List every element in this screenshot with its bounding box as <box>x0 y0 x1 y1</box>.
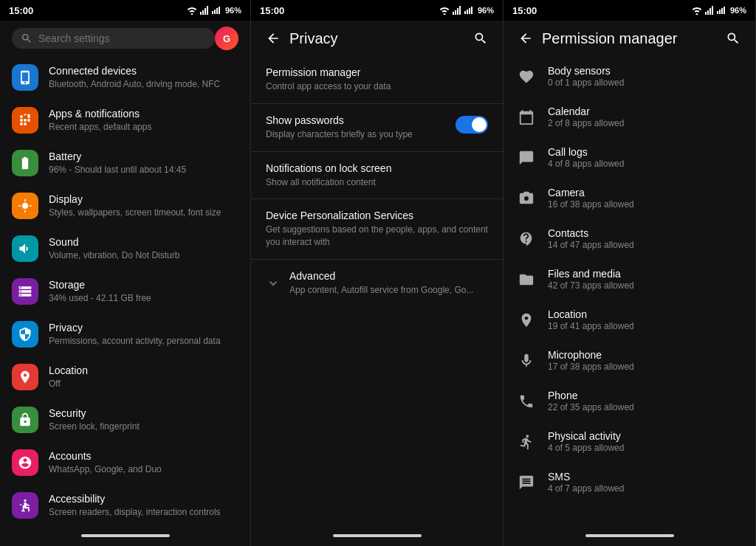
search-input[interactable] <box>38 32 206 44</box>
notifications-lock-subtitle: Show all notification content <box>266 176 488 189</box>
perm-item-call-logs[interactable]: Call logs4 of 8 apps allowed <box>504 137 755 178</box>
security-title: Security <box>49 407 238 420</box>
perm-item-microphone[interactable]: Microphone17 of 38 apps allowed <box>504 340 755 381</box>
signal-icon <box>200 6 209 15</box>
storage-text: Storage34% used - 42.11 GB free <box>49 278 238 305</box>
connected-devices-text: Connected devicesBluetooth, Android Auto… <box>49 64 238 91</box>
permission-manager-title: Permission manager <box>266 66 488 78</box>
contacts-perm-title: Contacts <box>548 227 743 239</box>
accessibility-icon <box>12 492 38 519</box>
location-icon <box>12 364 38 390</box>
connected-devices-subtitle: Bluetooth, Android Auto, driving mode, N… <box>49 79 238 91</box>
perm-item-phone[interactable]: Phone22 of 35 apps allowed <box>504 381 755 421</box>
back-button-mid[interactable] <box>263 28 284 49</box>
perm-item-location[interactable]: Location19 of 41 apps allowed <box>504 300 755 340</box>
contacts-perm-icon <box>515 228 537 250</box>
display-icon <box>12 193 38 219</box>
back-button-right[interactable] <box>515 28 536 49</box>
svg-rect-15 <box>469 8 470 14</box>
settings-item-display[interactable]: DisplayStyles, wallpapers, screen timeou… <box>0 184 250 227</box>
show-passwords-row: Show passwordsDisplay characters briefly… <box>266 114 488 141</box>
svg-rect-10 <box>455 10 456 15</box>
phone-perm-sub: 22 of 35 apps allowed <box>548 402 743 412</box>
display-text: DisplayStyles, wallpapers, screen timeou… <box>49 193 238 219</box>
svg-rect-7 <box>219 7 220 14</box>
location-perm-icon <box>515 309 537 331</box>
perm-item-contacts[interactable]: Contacts14 of 47 apps allowed <box>504 218 755 259</box>
signal2-icon-mid <box>464 7 475 14</box>
sms-perm-icon <box>515 471 537 494</box>
location-perm-sub: 19 of 41 apps allowed <box>548 321 743 331</box>
privacy-item-permission-manager[interactable]: Permission managerControl app access to … <box>251 56 503 104</box>
perm-item-body-sensors[interactable]: Body sensors0 of 1 apps allowed <box>504 56 755 97</box>
advanced-item[interactable]: AdvancedApp content, Autofill service fr… <box>251 260 503 307</box>
svg-point-8 <box>24 500 26 502</box>
files-media-perm-title: Files and media <box>548 268 743 280</box>
battery-text: Battery96% - Should last until about 14:… <box>49 150 238 176</box>
perm-item-calendar[interactable]: Calendar2 of 8 apps allowed <box>504 97 755 137</box>
status-icons-right: 96% <box>692 6 746 15</box>
camera-perm-icon <box>515 187 537 210</box>
call-logs-perm-sub: 4 of 8 apps allowed <box>548 159 743 169</box>
storage-title: Storage <box>49 278 238 291</box>
notifications-lock-title: Notifications on lock screen <box>266 162 488 174</box>
privacy-list: Permission managerControl app access to … <box>251 56 503 525</box>
sms-perm-sub: 4 of 7 apps allowed <box>548 483 743 494</box>
settings-item-security[interactable]: SecurityScreen lock, fingerprint <box>0 398 250 441</box>
privacy-item-notifications-lock[interactable]: Notifications on lock screenShow all not… <box>251 152 503 200</box>
settings-item-sound[interactable]: SoundVolume, vibration, Do Not Disturb <box>0 227 250 270</box>
accounts-subtitle: WhatsApp, Google, and Duo <box>49 464 238 476</box>
call-logs-perm-title: Call logs <box>548 146 743 158</box>
svg-rect-13 <box>464 11 466 14</box>
accounts-title: Accounts <box>49 449 238 463</box>
settings-item-location[interactable]: LocationOff <box>0 356 250 398</box>
status-bar-mid: 15:00 96% <box>251 0 503 21</box>
perm-item-camera[interactable]: Camera16 of 38 apps allowed <box>504 178 755 218</box>
privacy-text: PrivacyPermissions, account activity, pe… <box>49 321 238 348</box>
search-bar[interactable] <box>12 28 215 49</box>
status-time-mid: 15:00 <box>260 5 284 16</box>
search-icon-mid <box>473 31 488 46</box>
signal2-icon-right <box>717 7 727 14</box>
settings-item-privacy[interactable]: PrivacyPermissions, account activity, pe… <box>0 313 250 356</box>
search-button-mid[interactable] <box>470 28 491 49</box>
perm-item-files-media[interactable]: Files and media42 of 73 apps allowed <box>504 259 755 300</box>
back-icon-right <box>518 31 533 46</box>
battery-text-mid: 96% <box>478 6 494 15</box>
location-text: LocationOff <box>49 364 238 390</box>
search-button-right[interactable] <box>723 28 743 49</box>
settings-item-apps-notifications[interactable]: Apps & notificationsRecent apps, default… <box>0 99 250 142</box>
permission-manager-subtitle: Control app access to your data <box>266 80 488 93</box>
svg-rect-14 <box>467 10 468 14</box>
svg-rect-19 <box>709 8 711 15</box>
bottom-nav-left <box>0 525 250 546</box>
nav-pill-left <box>81 534 170 537</box>
svg-rect-22 <box>719 10 721 14</box>
security-icon <box>12 407 38 433</box>
phone-perm-title: Phone <box>548 390 743 401</box>
apps-notifications-subtitle: Recent apps, default apps <box>49 122 238 134</box>
files-media-perm-icon <box>515 269 537 291</box>
apps-notifications-icon <box>12 107 38 134</box>
privacy-item-device-personalization[interactable]: Device Personalization ServicesGet sugge… <box>251 199 503 260</box>
status-bar-left: 15:00 96% <box>0 0 250 21</box>
storage-subtitle: 34% used - 42.11 GB free <box>49 293 238 305</box>
svg-rect-18 <box>707 10 709 15</box>
settings-list: Connected devicesBluetooth, Android Auto… <box>0 56 250 525</box>
avatar[interactable]: G <box>215 27 238 50</box>
show-passwords-toggle[interactable] <box>456 116 488 134</box>
sound-icon <box>12 235 38 262</box>
camera-perm-sub: 16 of 38 apps allowed <box>548 199 743 210</box>
privacy-subtitle: Permissions, account activity, personal … <box>49 336 238 348</box>
settings-item-connected-devices[interactable]: Connected devicesBluetooth, Android Auto… <box>0 56 250 99</box>
settings-item-accounts[interactable]: AccountsWhatsApp, Google, and Duo <box>0 441 250 484</box>
settings-item-accessibility[interactable]: AccessibilityScreen readers, display, in… <box>0 484 250 525</box>
settings-item-battery[interactable]: Battery96% - Should last until about 14:… <box>0 142 250 184</box>
advanced-title: Advanced <box>289 270 488 282</box>
privacy-item-show-passwords[interactable]: Show passwordsDisplay characters briefly… <box>251 104 503 152</box>
settings-item-storage[interactable]: Storage34% used - 42.11 GB free <box>0 270 250 313</box>
perm-item-physical-activity[interactable]: Physical activity4 of 5 apps allowed <box>504 421 755 462</box>
top-bar-right: Permission manager <box>504 21 755 56</box>
sound-subtitle: Volume, vibration, Do Not Disturb <box>49 250 238 262</box>
perm-item-sms[interactable]: SMS4 of 7 apps allowed <box>504 462 755 502</box>
